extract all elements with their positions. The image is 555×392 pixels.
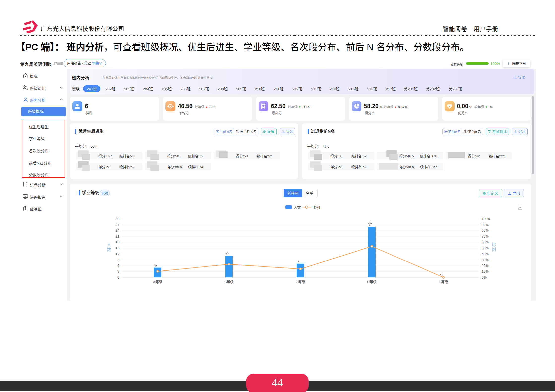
svg-text:70%: 70%: [482, 234, 489, 238]
svg-text:27: 27: [115, 223, 119, 227]
svg-text:D等级: D等级: [367, 280, 377, 284]
svg-text:0%: 0%: [482, 275, 487, 279]
svg-text:C等级: C等级: [296, 280, 305, 284]
svg-text:B等级: B等级: [224, 280, 233, 284]
svg-text:30: 30: [115, 217, 119, 221]
svg-text:数: 数: [107, 247, 111, 252]
svg-text:9: 9: [117, 258, 119, 262]
svg-text:80%: 80%: [482, 229, 489, 232]
svg-text:24: 24: [115, 229, 119, 232]
svg-text:12: 12: [115, 252, 119, 256]
svg-text:E等级: E等级: [439, 280, 448, 284]
svg-text:比: 比: [492, 242, 496, 247]
svg-text:50%: 50%: [482, 246, 489, 250]
svg-text:例: 例: [492, 247, 496, 252]
svg-text:0: 0: [117, 275, 119, 279]
svg-text:26: 26: [367, 221, 373, 226]
svg-text:人: 人: [107, 242, 111, 247]
svg-text:3: 3: [117, 269, 119, 273]
svg-text:A等级: A等级: [153, 280, 162, 284]
svg-text:10%: 10%: [482, 269, 489, 273]
svg-text:6: 6: [117, 264, 119, 268]
svg-text:15: 15: [115, 246, 119, 250]
svg-text:100%: 100%: [482, 217, 490, 221]
svg-text:21: 21: [115, 234, 119, 238]
svg-text:40%: 40%: [482, 252, 489, 256]
svg-text:20%: 20%: [482, 264, 489, 268]
svg-text:5: 5: [154, 263, 158, 267]
svg-text:60%: 60%: [482, 240, 489, 244]
svg-text:30%: 30%: [482, 258, 489, 262]
svg-text:11: 11: [224, 250, 230, 256]
svg-text:90%: 90%: [482, 223, 489, 227]
svg-text:18: 18: [115, 240, 119, 244]
